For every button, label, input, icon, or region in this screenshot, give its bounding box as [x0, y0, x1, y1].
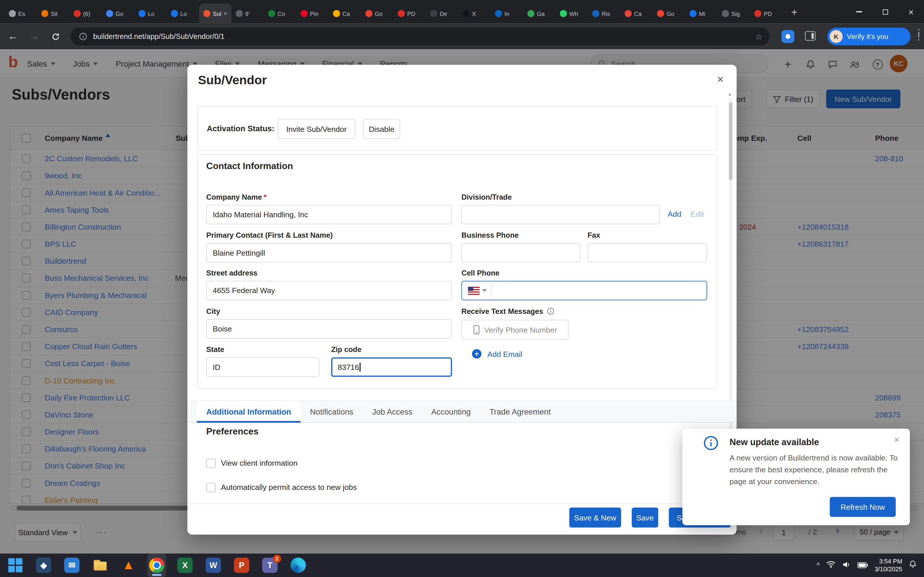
disable-button[interactable]: Disable — [363, 119, 400, 139]
country-select[interactable] — [462, 284, 491, 297]
teams-icon[interactable]: T2 — [260, 553, 279, 577]
preference-row[interactable]: Automatically permit access to new jobs — [206, 482, 357, 492]
browser-tab[interactable]: Co — [264, 3, 296, 23]
modal-tab-additional-information[interactable]: Additional Information — [197, 401, 300, 422]
tab-favicon-icon — [463, 10, 470, 17]
vlc-icon[interactable]: ▲ — [119, 553, 138, 577]
browser-tab[interactable]: Sub × — [199, 3, 232, 23]
browser-tab[interactable]: Ca — [329, 3, 361, 23]
modal-tab-job-access[interactable]: Job Access — [363, 401, 422, 422]
division-trade-field[interactable] — [461, 205, 660, 224]
checkbox[interactable] — [206, 458, 216, 468]
tab-close-icon[interactable]: × — [223, 10, 227, 17]
zip-code-field[interactable]: 83716 — [331, 358, 452, 377]
back-icon[interactable]: ← — [5, 28, 21, 45]
city-field[interactable] — [206, 319, 452, 338]
window-close-button[interactable]: × — [898, 0, 924, 24]
taskbar-clock[interactable]: 3:54 PM 3/10/2025 — [875, 558, 902, 573]
company-name-field[interactable] — [206, 205, 452, 224]
refresh-icon[interactable] — [47, 28, 63, 45]
browser-tab[interactable]: Sig — [718, 3, 750, 23]
powerpoint-icon[interactable]: P — [232, 553, 251, 577]
toast-body: A new version of Buildertrend is now ava… — [730, 452, 900, 487]
browser-tab[interactable]: Go — [102, 3, 134, 23]
start-icon[interactable] — [6, 553, 24, 577]
browser-tab[interactable]: Ca — [620, 3, 653, 23]
browser-tab[interactable]: Ris — [588, 3, 620, 23]
tab-favicon-icon — [430, 10, 437, 17]
excel-icon[interactable]: X — [176, 553, 194, 577]
browser-tab[interactable]: Go — [361, 3, 394, 23]
file-explorer-icon[interactable] — [90, 553, 110, 577]
battery-icon[interactable] — [858, 560, 868, 571]
browser-tab[interactable]: Go — [653, 3, 685, 23]
tab-title: 9' — [245, 10, 249, 17]
info-circle-icon — [704, 436, 719, 450]
address-bar[interactable]: buildertrend.net/app/Sub/SubVendor/0/1 ☆ — [71, 28, 769, 45]
extension-icon[interactable] — [781, 30, 794, 43]
site-info-icon[interactable] — [79, 32, 87, 41]
sub-vendor-modal: Sub/Vendor × ▲ Activation Status: Invite… — [187, 64, 737, 535]
browser-tab[interactable]: X — [459, 3, 491, 23]
window-maximize-button[interactable] — [872, 0, 898, 24]
browser-tab[interactable]: Ga — [523, 3, 556, 23]
browser-tab[interactable]: Lo — [167, 3, 199, 23]
preferences-heading: Preferences — [206, 426, 258, 437]
invite-sub-vendor-button[interactable]: Invite Sub/Vendor — [278, 119, 355, 139]
checkbox[interactable] — [206, 482, 216, 492]
tab-favicon-icon — [722, 10, 729, 17]
save-button[interactable]: Save — [632, 508, 658, 527]
edge-icon[interactable] — [289, 553, 307, 577]
browser-tab[interactable]: (6) — [69, 3, 102, 23]
bookmark-star-icon[interactable]: ☆ — [755, 32, 762, 41]
modal-tab-notifications[interactable]: Notifications — [300, 401, 363, 422]
primary-contact-field[interactable] — [206, 243, 452, 263]
fax-field[interactable] — [588, 243, 707, 263]
browser-tab[interactable]: PD — [750, 3, 782, 23]
scroll-up-icon[interactable]: ▲ — [728, 92, 732, 96]
browser-tab[interactable]: Sit — [37, 3, 69, 23]
tab-title: Go — [115, 10, 123, 17]
info-icon[interactable] — [547, 307, 554, 317]
browser-tab[interactable]: Pin — [297, 3, 329, 23]
refresh-now-button[interactable]: Refresh Now — [830, 497, 896, 517]
division-edit-link[interactable]: Edit — [691, 210, 704, 219]
notification-bell-icon[interactable] — [909, 560, 917, 571]
new-tab-button[interactable]: + — [786, 4, 803, 21]
cell-phone-field[interactable] — [461, 281, 707, 300]
save-and-new-button[interactable]: Save & New — [569, 508, 621, 527]
modal-scrollbar-thumb[interactable] — [729, 102, 732, 180]
modal-close-icon[interactable]: × — [717, 73, 724, 86]
tray-chevron-icon[interactable]: ^ — [817, 561, 820, 569]
browser-tab[interactable]: Lo — [134, 3, 166, 23]
word-icon[interactable]: W — [204, 553, 223, 577]
browser-tab[interactable]: PD — [394, 3, 426, 23]
browser-tab[interactable]: De — [426, 3, 459, 23]
add-email-link[interactable]: + Add Email — [472, 349, 522, 359]
browser-tab[interactable]: In — [491, 3, 523, 23]
preference-row[interactable]: View client information — [206, 458, 357, 468]
modal-tab-trade-agreement[interactable]: Trade Agreement — [480, 401, 560, 422]
mail-icon[interactable]: ✉ — [62, 553, 81, 577]
state-field[interactable] — [206, 358, 319, 377]
update-toast: New update available × A new version of … — [682, 429, 910, 525]
forward-icon[interactable]: → — [26, 28, 42, 45]
modal-tab-accounting[interactable]: Accounting — [422, 401, 480, 422]
side-panel-icon[interactable] — [805, 31, 816, 41]
wifi-icon[interactable] — [826, 560, 836, 571]
window-minimize-button[interactable] — [846, 0, 872, 24]
business-phone-field[interactable] — [461, 243, 580, 263]
verify-phone-button[interactable]: Verify Phone Number — [461, 320, 569, 340]
chrome-icon[interactable] — [147, 553, 166, 577]
browser-tab[interactable]: 9' — [232, 3, 264, 23]
browser-tab[interactable]: Mi — [685, 3, 717, 23]
street-address-field[interactable] — [206, 281, 452, 300]
browser-menu-icon[interactable]: ⋮⋮ — [914, 31, 920, 39]
browser-tab[interactable]: Es — [5, 3, 37, 23]
profile-verify-chip[interactable]: K Verify it's you — [827, 28, 910, 45]
volume-icon[interactable] — [842, 560, 851, 571]
toast-close-icon[interactable]: × — [894, 435, 899, 445]
division-add-link[interactable]: Add — [667, 210, 681, 219]
widgets-icon[interactable]: ◆ — [34, 553, 53, 577]
browser-tab[interactable]: Wh — [556, 3, 588, 23]
